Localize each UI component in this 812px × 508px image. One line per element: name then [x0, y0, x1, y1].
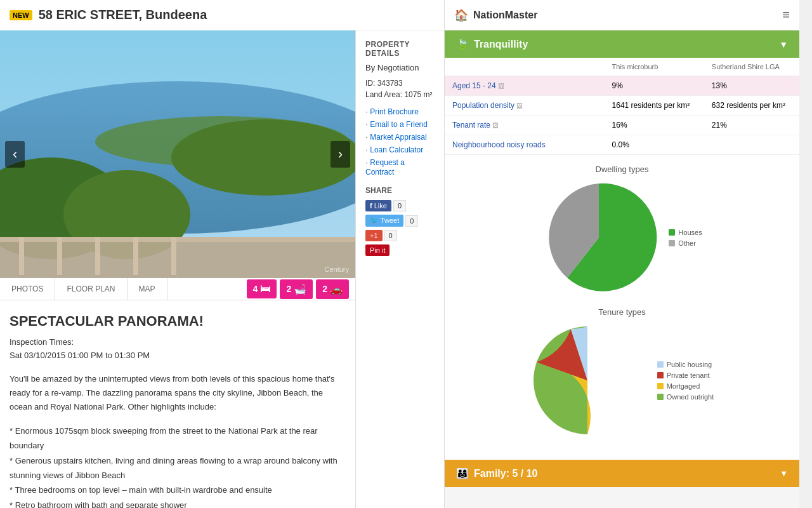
tenure-legend: Public housingPrivate tenantMortgagedOwn…	[657, 361, 714, 401]
googleplus-share[interactable]: +1 0	[365, 230, 435, 241]
microburb-value: 1641 residents per km²	[605, 96, 704, 116]
legend-item: Mortgaged	[657, 382, 714, 390]
car-icon: 🚗	[330, 283, 343, 295]
cars-count: 2 🚗	[316, 279, 349, 299]
metric-link[interactable]: Tenant rate	[452, 121, 490, 130]
lga-value: 13%	[704, 76, 799, 96]
tenure-chart-area: Public housingPrivate tenantMortgagedOwn…	[454, 323, 790, 438]
property-links: Print BrochureEmail to a FriendMarket Ap…	[365, 107, 435, 177]
microburb-value: 0.0%	[605, 135, 704, 155]
table-row: Tenant rate 🖼16%21%	[445, 116, 799, 135]
tranquility-title: 🍃 Tranquillity	[456, 38, 528, 50]
nm-menu-icon[interactable]: ≡	[782, 8, 790, 22]
svg-rect-9	[57, 237, 62, 275]
dwelling-chart-section: Dwelling types HousesOther	[454, 164, 790, 295]
list-item: Three bedrooms on top level – main with …	[10, 483, 346, 497]
nm-header: 🏠 NationMaster ≡	[445, 0, 799, 30]
leaf-icon: 🍃	[456, 38, 469, 50]
property-header: NEW 58 ERIC STREET, Bundeena	[0, 0, 444, 30]
tenure-pie-chart	[530, 323, 645, 438]
info-icon: 🖼	[498, 83, 504, 90]
lga-value: 21%	[704, 116, 799, 135]
dwelling-chart-area: HousesOther	[454, 180, 790, 295]
property-image	[0, 30, 355, 278]
list-item: Generous upstairs kitchen, living and di…	[10, 453, 346, 483]
facebook-count: 0	[393, 200, 406, 211]
inspection-times: Inspection Times: Sat 03/10/2015 01:00 P…	[10, 336, 346, 363]
svg-point-3	[171, 119, 355, 196]
lga-value: 632 residents per km²	[704, 96, 799, 116]
image-credit: Century	[324, 265, 349, 273]
prev-image-button[interactable]: ‹	[5, 141, 25, 168]
beds-count: 4 🛏	[247, 279, 277, 298]
property-link[interactable]: Request a Contract	[365, 158, 405, 177]
tenure-chart-section: Tenure types	[454, 307, 790, 438]
property-link[interactable]: Print Brochure	[370, 107, 419, 116]
dwelling-legend: HousesOther	[669, 229, 702, 247]
twitter-count: 0	[405, 215, 418, 227]
svg-rect-8	[19, 237, 24, 275]
microburb-value: 9%	[605, 76, 704, 96]
twitter-share[interactable]: 🐦 Tweet 0	[365, 215, 435, 227]
googleplus-count: 0	[384, 230, 397, 241]
tenure-chart-title: Tenure types	[454, 307, 790, 317]
tab-map[interactable]: MAP	[128, 278, 167, 300]
land-area: Land Area: 1075 m²	[365, 90, 435, 99]
property-image-container: ‹ › Century	[0, 30, 355, 278]
view-tabs: PHOTOS FLOOR PLAN MAP 4 🛏 2 🛁 2 🚗	[0, 278, 355, 300]
microburb-value: 16%	[605, 116, 704, 135]
share-title: SHARE	[365, 186, 435, 195]
metric-link[interactable]: Neighbourhood noisy roads	[452, 140, 546, 149]
table-row: Population density 🖼1641 residents per k…	[445, 96, 799, 116]
legend-item: Public housing	[657, 361, 714, 368]
property-link[interactable]: Loan Calculator	[370, 145, 423, 154]
info-icon: 🖼	[492, 122, 499, 129]
property-link[interactable]: Market Appraisal	[370, 133, 426, 142]
googleplus-icon[interactable]: +1	[365, 230, 383, 241]
metric-link[interactable]: Population density	[452, 101, 514, 110]
svg-rect-12	[171, 237, 176, 275]
tab-floorplan[interactable]: FLOOR PLAN	[55, 278, 127, 300]
pinterest-icon[interactable]: Pin it	[365, 244, 390, 256]
table-row: Neighbourhood noisy roads0.0%	[445, 135, 799, 155]
nm-logo-icon: 🏠	[454, 8, 468, 22]
col-metric	[445, 58, 605, 76]
price-label: By Negotiation	[365, 63, 435, 72]
family-chevron-icon: ▼	[780, 469, 788, 478]
family-section-header[interactable]: 👨‍👩‍👧 Family: 5 / 10 ▼	[445, 460, 799, 487]
tranquility-section-header[interactable]: 🍃 Tranquillity ▼	[445, 30, 799, 58]
svg-rect-10	[95, 237, 100, 275]
listing-headline: SPECTACULAR PANORAMA!	[10, 313, 346, 330]
list-item: Enormous 1075sqm block sweeping from the…	[10, 424, 346, 453]
charts-container: Dwelling types HousesOther Tenure types	[445, 155, 799, 460]
tranquility-chevron-icon: ▼	[779, 39, 788, 50]
tab-photos[interactable]: PHOTOS	[0, 278, 55, 300]
new-badge: NEW	[10, 10, 32, 20]
facebook-icon[interactable]: f Like	[365, 200, 391, 211]
facebook-share[interactable]: f Like 0	[365, 200, 435, 211]
property-link[interactable]: Email to a Friend	[370, 120, 428, 129]
next-image-button[interactable]: ›	[331, 141, 350, 168]
svg-rect-6	[0, 240, 355, 278]
nationmaster-panel: 🏠 NationMaster ≡ 🍃 Tranquillity ▼ This m…	[444, 0, 799, 508]
property-details-sidebar: PROPERTY DETAILS By Negotiation ID: 3437…	[355, 30, 444, 508]
pinterest-share[interactable]: Pin it	[365, 244, 435, 256]
lga-value	[704, 135, 799, 155]
property-features: Enormous 1075sqm block sweeping from the…	[10, 424, 346, 508]
bath-icon: 🛁	[294, 283, 306, 295]
col-microburb: This microburb	[605, 58, 704, 76]
dwelling-pie-chart	[542, 180, 656, 295]
stats-table: This microburb Sutherland Shire LGA Aged…	[445, 58, 799, 155]
dwelling-chart-title: Dwelling types	[454, 164, 790, 174]
baths-count: 2 🛁	[280, 279, 313, 299]
list-item: Retro bathroom with bath and separate sh…	[10, 498, 346, 508]
legend-item: Owned outright	[657, 393, 714, 401]
metric-link[interactable]: Aged 15 - 24	[452, 81, 496, 90]
property-body: SPECTACULAR PANORAMA! Inspection Times: …	[0, 300, 355, 508]
legend-item: Private tenant	[657, 371, 714, 379]
legend-item: Houses	[669, 229, 702, 236]
twitter-icon[interactable]: 🐦 Tweet	[365, 215, 403, 227]
info-icon: 🖼	[516, 102, 523, 109]
property-description: You'll be amazed by the uninterrupted vi…	[10, 372, 346, 414]
legend-item: Other	[669, 239, 702, 247]
